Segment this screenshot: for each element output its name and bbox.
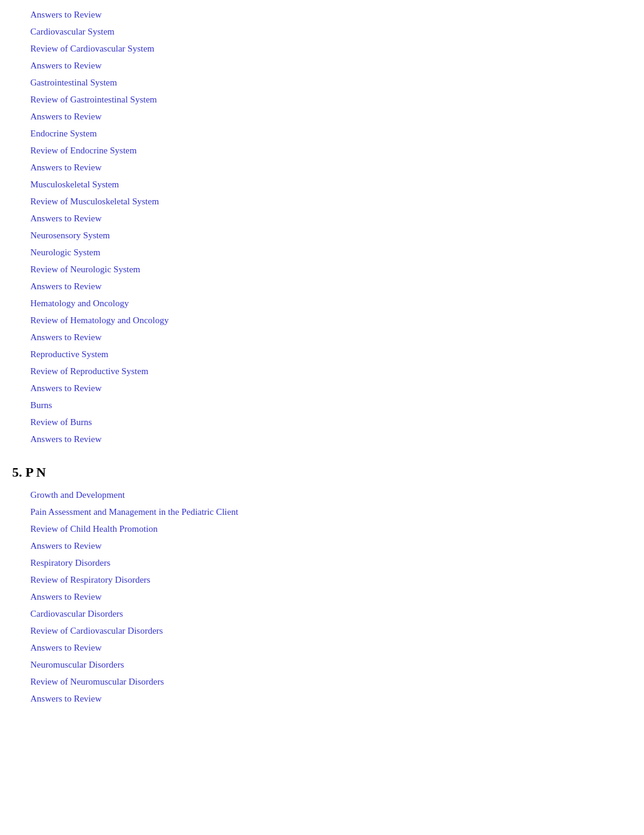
toc-link-s4-13[interactable]: Neurosensory System [30, 229, 632, 243]
toc-link-s5-8[interactable]: Review of Cardiovascular Disorders [30, 624, 632, 638]
toc-link-s4-9[interactable]: Answers to Review [30, 161, 632, 175]
toc-link-s4-4[interactable]: Gastrointestinal System [30, 76, 632, 90]
toc-link-s4-23[interactable]: Burns [30, 398, 632, 412]
section4-list: Answers to ReviewCardiovascular SystemRe… [12, 6, 632, 448]
toc-link-s4-14[interactable]: Neurologic System [30, 246, 632, 260]
toc-link-s4-20[interactable]: Reproductive System [30, 347, 632, 361]
toc-link-s5-9[interactable]: Answers to Review [30, 641, 632, 655]
toc-link-s5-4[interactable]: Respiratory Disorders [30, 556, 632, 570]
toc-link-s5-12[interactable]: Answers to Review [30, 692, 632, 706]
toc-link-s4-5[interactable]: Review of Gastrointestinal System [30, 93, 632, 107]
toc-link-s4-3[interactable]: Answers to Review [30, 59, 632, 73]
toc-link-s5-0[interactable]: Growth and Development [30, 488, 632, 502]
toc-link-s4-24[interactable]: Review of Burns [30, 415, 632, 429]
section5-list: Growth and DevelopmentPain Assessment an… [12, 486, 632, 707]
toc-link-s4-2[interactable]: Review of Cardiovascular System [30, 42, 632, 56]
toc-link-s4-7[interactable]: Endocrine System [30, 127, 632, 141]
toc-link-s5-5[interactable]: Review of Respiratory Disorders [30, 573, 632, 587]
section5-heading: 5. P N [12, 464, 632, 480]
toc-link-s5-7[interactable]: Cardiovascular Disorders [30, 607, 632, 621]
toc-link-s4-8[interactable]: Review of Endocrine System [30, 144, 632, 158]
toc-link-s5-10[interactable]: Neuromuscular Disorders [30, 658, 632, 672]
toc-link-s4-12[interactable]: Answers to Review [30, 212, 632, 226]
toc-link-s5-1[interactable]: Pain Assessment and Management in the Pe… [30, 505, 632, 519]
toc-link-s5-11[interactable]: Review of Neuromuscular Disorders [30, 675, 632, 689]
toc-link-s4-18[interactable]: Review of Hematology and Oncology [30, 314, 632, 327]
toc-link-s4-10[interactable]: Musculoskeletal System [30, 178, 632, 192]
toc-link-s4-15[interactable]: Review of Neurologic System [30, 263, 632, 277]
toc-link-s4-1[interactable]: Cardiovascular System [30, 25, 632, 39]
toc-link-s5-2[interactable]: Review of Child Health Promotion [30, 522, 632, 536]
toc-link-s4-6[interactable]: Answers to Review [30, 110, 632, 124]
toc-link-s4-17[interactable]: Hematology and Oncology [30, 297, 632, 310]
toc-link-s4-11[interactable]: Review of Musculoskeletal System [30, 195, 632, 209]
toc-link-s4-19[interactable]: Answers to Review [30, 330, 632, 344]
toc-link-s5-3[interactable]: Answers to Review [30, 539, 632, 553]
toc-link-s4-21[interactable]: Review of Reproductive System [30, 364, 632, 378]
toc-link-s4-0[interactable]: Answers to Review [30, 8, 632, 22]
toc-link-s5-6[interactable]: Answers to Review [30, 590, 632, 604]
toc-link-s4-22[interactable]: Answers to Review [30, 381, 632, 395]
toc-link-s4-25[interactable]: Answers to Review [30, 432, 632, 446]
toc-link-s4-16[interactable]: Answers to Review [30, 280, 632, 293]
